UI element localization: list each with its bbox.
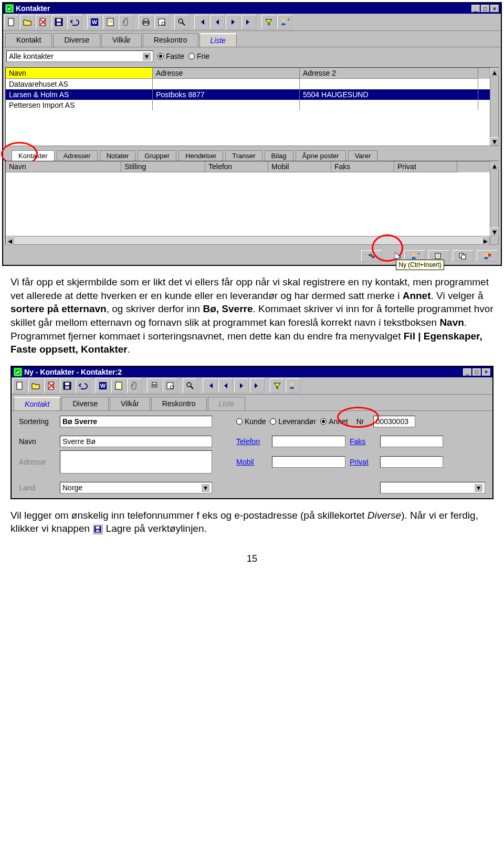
radio-faste[interactable]: Faste [158,52,184,60]
prev-icon[interactable] [218,378,233,393]
tab-liste[interactable]: Liste [208,397,246,410]
print-icon[interactable] [139,15,153,29]
delete-person-button[interactable] [477,250,498,262]
contacts-grid[interactable]: Navn Adresse Adresse 2 Datavarehuset AS … [5,67,499,146]
close-button[interactable]: × [482,368,490,376]
preview-icon[interactable] [154,15,169,29]
attach-icon[interactable] [119,15,133,29]
next-icon[interactable] [234,378,249,393]
save-icon[interactable] [51,15,66,29]
dropdown-extra[interactable]: ▾ [380,482,485,493]
delete-icon[interactable] [36,15,50,29]
word-icon[interactable]: W [96,378,110,393]
notes-icon[interactable] [111,378,126,393]
input-nr[interactable]: 00030003 [373,416,415,427]
delete-icon[interactable] [44,378,59,393]
chevron-down-icon[interactable]: ▾ [201,483,209,492]
word-icon[interactable]: W [87,15,102,29]
label-mobil[interactable]: Mobil [236,458,268,466]
save-icon[interactable] [60,378,75,393]
chevron-down-icon[interactable]: ▾ [474,483,482,492]
subtab-hendelser[interactable]: Hendelser [178,150,223,161]
undo-icon[interactable] [67,15,82,29]
scroll-right-icon[interactable]: ▸ [481,236,490,245]
vertical-scrollbar[interactable]: ▴ ▾ [490,68,498,146]
subtab-adresser[interactable]: Adresser [57,150,98,161]
tab-reskontro[interactable]: Reskontro [151,397,207,410]
next-icon[interactable] [226,15,240,29]
tab-kontakt[interactable]: Kontakt [14,397,60,410]
table-row[interactable]: Pettersen Import AS [6,100,498,110]
input-privat[interactable] [380,456,443,468]
search-icon[interactable] [174,15,189,29]
tab-diverse[interactable]: Diverse [61,397,108,410]
first-icon[interactable] [203,378,217,393]
subtab-bilag[interactable]: Bilag [265,150,293,161]
input-sortering[interactable]: Bø Sverre [60,416,212,427]
col-navn2[interactable]: Navn [6,161,121,172]
input-navn[interactable]: Sverre Bø [60,436,212,447]
tab-reskontro[interactable]: Reskontro [143,33,198,47]
open-icon[interactable] [28,378,43,393]
radio-frie[interactable]: Frie [188,52,209,60]
open-icon[interactable] [20,15,35,29]
search-icon[interactable] [183,378,197,393]
minimize-button[interactable]: _ [471,5,480,12]
label-faks[interactable]: Faks [350,437,376,446]
copy-button[interactable] [453,250,474,262]
link-button[interactable] [361,250,382,262]
col-privat[interactable]: Privat [394,161,457,172]
maximize-button[interactable]: □ [481,5,489,12]
first-icon[interactable] [194,15,209,29]
undo-icon[interactable] [76,378,90,393]
preview-icon[interactable] [163,378,177,393]
minimize-button[interactable]: _ [463,368,471,376]
attach-icon[interactable] [127,378,142,393]
col-stilling[interactable]: Stilling [121,161,205,172]
label-telefon[interactable]: Telefon [236,437,268,446]
filter-icon[interactable] [261,15,276,29]
horizontal-scrollbar[interactable]: ◂ ▸ [6,236,490,244]
new-doc-icon[interactable] [13,378,27,393]
filter-dropdown[interactable]: Alle kontakter ▾ [6,50,153,62]
subtab-transer[interactable]: Transer [225,150,262,161]
col-adresse[interactable]: Adresse [153,68,300,79]
col-navn[interactable]: Navn [6,68,153,79]
filter-icon[interactable] [270,378,285,393]
tab-vilkar[interactable]: Vilkår [101,33,142,47]
scroll-up-icon[interactable]: ▴ [490,68,499,76]
notes-icon[interactable] [103,15,118,29]
scroll-down-icon[interactable]: ▾ [490,228,499,236]
input-adresse[interactable] [60,450,212,473]
label-privat[interactable]: Privat [350,458,376,466]
maximize-button[interactable]: □ [472,368,481,376]
input-mobil[interactable] [272,456,345,468]
subtab-kontakter[interactable]: Kontakter [12,150,55,161]
table-row[interactable]: Datavarehuset AS [6,79,498,89]
input-faks[interactable] [380,436,443,447]
input-telefon[interactable] [272,436,345,447]
last-icon[interactable] [250,378,265,393]
add-user-icon[interactable]: + [277,15,292,29]
col-mobil[interactable]: Mobil [268,161,331,172]
print-icon[interactable] [147,378,162,393]
radio-leverandor[interactable]: Leverandør [270,417,316,426]
subtab-grupper[interactable]: Grupper [138,150,176,161]
add-user-icon[interactable] [286,378,300,393]
col-adresse2[interactable]: Adresse 2 [300,68,478,79]
dropdown-land[interactable]: Norge ▾ [60,482,212,493]
radio-kunde[interactable]: Kunde [236,417,266,426]
col-telefon[interactable]: Telefon [205,161,268,172]
subtab-varer[interactable]: Varer [348,150,378,161]
tab-diverse[interactable]: Diverse [53,33,100,47]
vertical-scrollbar[interactable]: ▴ ▾ [490,161,498,244]
tab-vilkar[interactable]: Vilkår [110,397,150,410]
scroll-up-icon[interactable]: ▴ [490,161,499,170]
tab-liste[interactable]: Liste [200,33,237,47]
table-row[interactable]: Larsen & Holm AS Postboks 8877 5504 HAUG… [6,89,498,100]
subtab-notater[interactable]: Notater [100,150,136,161]
new-doc-icon[interactable] [4,15,19,29]
subtab-apne-poster[interactable]: Åpne poster [296,150,346,161]
chevron-down-icon[interactable]: ▾ [142,52,151,60]
tab-kontakt[interactable]: Kontakt [5,33,52,47]
